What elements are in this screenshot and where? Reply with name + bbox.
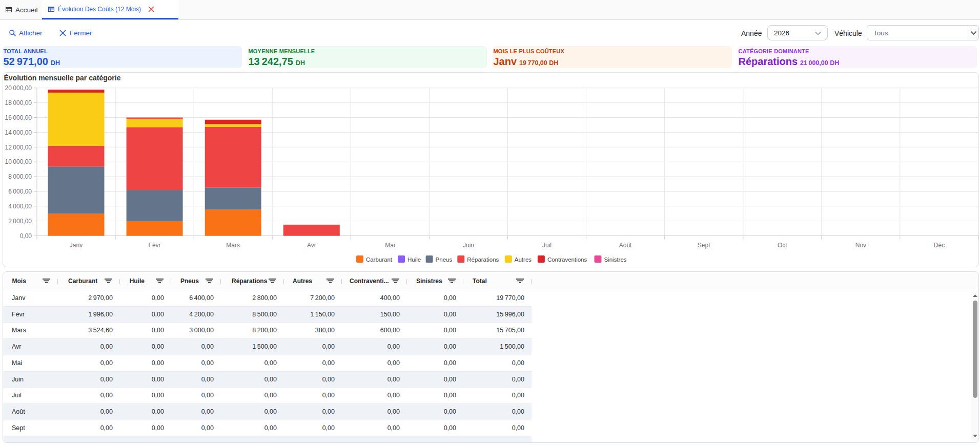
- svg-text:20 000,00: 20 000,00: [5, 84, 32, 92]
- svg-text:Huile: Huile: [407, 257, 421, 263]
- svg-text:Mai: Mai: [385, 242, 395, 249]
- svg-text:Juil: Juil: [542, 242, 552, 249]
- svg-text:Déc: Déc: [934, 242, 945, 249]
- svg-text:Réparations: Réparations: [467, 257, 499, 263]
- svg-text:4 000,00: 4 000,00: [8, 203, 32, 210]
- svg-text:Févr: Févr: [149, 242, 161, 249]
- svg-text:18 000,00: 18 000,00: [5, 99, 32, 106]
- svg-text:Août: Août: [619, 242, 632, 249]
- svg-text:2 000,00: 2 000,00: [8, 218, 32, 225]
- svg-text:6 000,00: 6 000,00: [8, 188, 32, 195]
- svg-text:Juin: Juin: [463, 242, 474, 249]
- svg-text:Oct: Oct: [778, 242, 787, 249]
- svg-text:Mars: Mars: [226, 242, 240, 249]
- svg-text:Janv: Janv: [70, 242, 83, 249]
- svg-text:14 000,00: 14 000,00: [5, 129, 32, 136]
- svg-text:0,00: 0,00: [20, 232, 32, 240]
- svg-text:16 000,00: 16 000,00: [5, 114, 32, 121]
- svg-text:Évolution mensuelle par catégo: Évolution mensuelle par catégorie: [4, 74, 121, 82]
- svg-text:Pneus: Pneus: [436, 257, 453, 263]
- svg-text:8 000,00: 8 000,00: [8, 173, 32, 180]
- svg-text:Avr: Avr: [307, 242, 316, 249]
- svg-text:12 000,00: 12 000,00: [5, 144, 32, 151]
- svg-text:Carburant: Carburant: [366, 257, 393, 263]
- svg-text:10 000,00: 10 000,00: [5, 158, 32, 165]
- svg-text:Sinistres: Sinistres: [604, 257, 627, 263]
- svg-text:Autres: Autres: [515, 257, 532, 263]
- svg-text:Contraventions: Contraventions: [547, 257, 587, 263]
- svg-text:Nov: Nov: [855, 242, 866, 249]
- svg-text:Sept: Sept: [698, 242, 710, 249]
